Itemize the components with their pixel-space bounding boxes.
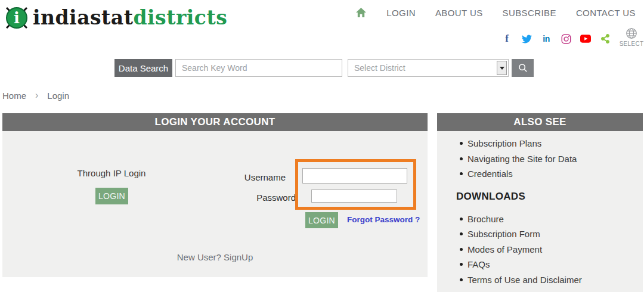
password-label: Password xyxy=(230,192,296,203)
home-nav-button[interactable] xyxy=(355,7,367,18)
facebook-icon[interactable]: f xyxy=(501,33,512,44)
linkedin-icon[interactable]: in xyxy=(541,33,552,44)
data-search-button[interactable]: Data Search xyxy=(114,59,172,77)
downloads-list: Brochure Subscription Form Modes of Paym… xyxy=(437,212,643,288)
login-panel-title: LOGIN YOUR ACCOUNT xyxy=(2,113,428,131)
also-see-link-subscription-plans[interactable]: Subscription Plans xyxy=(437,136,643,151)
also-see-list: Subscription Plans Navigating the Site f… xyxy=(437,136,643,182)
username-label: Username xyxy=(220,172,286,182)
username-input[interactable] xyxy=(302,168,407,184)
downloads-link-faqs[interactable]: FAQs xyxy=(437,257,643,272)
ip-login-button[interactable]: LOGIN xyxy=(95,188,128,204)
brand-title-green: districts xyxy=(133,6,227,29)
signup-link[interactable]: New User? SignUp xyxy=(2,252,428,262)
forgot-password-link[interactable]: Forgot Password ? xyxy=(347,215,420,224)
brand-title: indiastatdistricts xyxy=(33,5,227,31)
password-input[interactable] xyxy=(311,190,397,203)
district-select[interactable]: Select District xyxy=(348,59,509,77)
chevron-down-icon xyxy=(500,67,504,70)
search-bar: Data Search Select District xyxy=(114,59,534,77)
language-select-label: SELECT xyxy=(618,41,644,47)
breadcrumb: Home › Login xyxy=(2,90,69,101)
page: i indiastatdistricts LOGIN ABOUT US SUBS… xyxy=(0,0,644,292)
globe-icon xyxy=(618,27,644,39)
login-panel-body: Through IP Login LOGIN Username Password… xyxy=(2,131,428,277)
brand-logo[interactable]: i indiastatdistricts xyxy=(4,5,227,31)
home-icon xyxy=(355,7,367,18)
breadcrumb-current: Login xyxy=(47,91,69,101)
nav-item-login[interactable]: LOGIN xyxy=(386,8,416,18)
also-see-panel: ALSO SEE Subscription Plans Navigating t… xyxy=(437,113,643,292)
also-see-link-navigating-site[interactable]: Navigating the Site for Data xyxy=(437,151,643,167)
breadcrumb-home[interactable]: Home xyxy=(2,91,26,101)
brand-target-icon: i xyxy=(4,5,30,31)
district-select-value: Select District xyxy=(354,63,497,73)
search-input[interactable] xyxy=(175,59,342,77)
login-panel: LOGIN YOUR ACCOUNT Through IP Login LOGI… xyxy=(2,113,428,277)
nav-item-subscribe[interactable]: SUBSCRIBE xyxy=(503,8,556,18)
svg-text:i: i xyxy=(14,9,20,27)
top-nav: LOGIN ABOUT US SUBSCRIBE CONTACT US xyxy=(355,7,636,18)
brand-title-dark: indiastat xyxy=(33,6,133,29)
nav-item-about-us[interactable]: ABOUT US xyxy=(435,8,483,18)
twitter-icon[interactable] xyxy=(521,33,532,44)
youtube-icon[interactable] xyxy=(580,33,591,44)
login-submit-button[interactable]: LOGIN xyxy=(305,212,338,228)
search-icon xyxy=(518,63,528,73)
also-see-body: Subscription Plans Navigating the Site f… xyxy=(437,131,643,292)
nav-item-contact-us[interactable]: CONTACT US xyxy=(576,8,636,18)
social-links: f in xyxy=(501,33,611,44)
share-icon[interactable] xyxy=(600,33,611,44)
breadcrumb-separator: › xyxy=(35,90,38,101)
instagram-icon[interactable] xyxy=(561,33,571,44)
search-submit-button[interactable] xyxy=(512,59,534,77)
downloads-link-modes-of-payment[interactable]: Modes of Payment xyxy=(437,242,643,257)
downloads-link-brochure[interactable]: Brochure xyxy=(437,212,643,227)
also-see-title: ALSO SEE xyxy=(437,113,643,131)
downloads-link-terms[interactable]: Terms of Use and Disclaimer xyxy=(437,272,643,288)
downloads-heading: DOWNLOADS xyxy=(456,191,643,203)
district-select-caret-button[interactable] xyxy=(497,61,507,75)
ip-login-label: Through IP Login xyxy=(52,168,171,178)
language-selector[interactable]: SELECT xyxy=(618,27,644,47)
also-see-link-credentials[interactable]: Credentials xyxy=(437,166,643,182)
downloads-link-subscription-form[interactable]: Subscription Form xyxy=(437,226,643,242)
